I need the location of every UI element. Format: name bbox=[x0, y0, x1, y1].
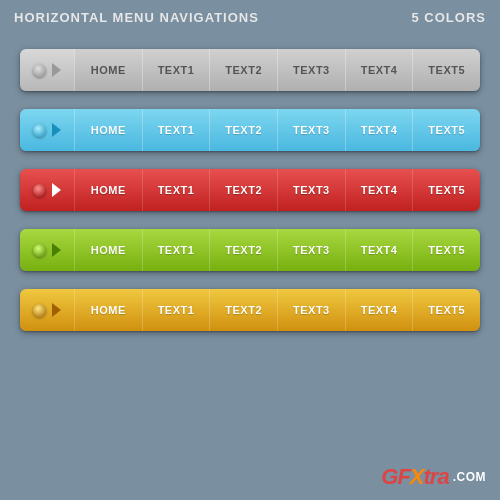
nav-bar-yellow: HOME TEXT1 TEXT2 TEXT3 TEXT4 TEXT5 bbox=[20, 289, 480, 331]
nav-items-green: HOME TEXT1 TEXT2 TEXT3 TEXT4 TEXT5 bbox=[74, 229, 480, 271]
nav-item-home-blue[interactable]: HOME bbox=[74, 109, 142, 151]
nav-item-text3-gray[interactable]: TEXT3 bbox=[277, 49, 345, 91]
nav-item-home-yellow[interactable]: HOME bbox=[74, 289, 142, 331]
nav-item-text2-gray[interactable]: TEXT2 bbox=[209, 49, 277, 91]
nav-item-text2-green[interactable]: TEXT2 bbox=[209, 229, 277, 271]
nav-arrow-gray bbox=[52, 63, 61, 77]
nav-item-text5-yellow[interactable]: TEXT5 bbox=[412, 289, 480, 331]
nav-items-red: HOME TEXT1 TEXT2 TEXT3 TEXT4 TEXT5 bbox=[74, 169, 480, 211]
nav-item-text2-yellow[interactable]: TEXT2 bbox=[209, 289, 277, 331]
nav-item-home-red[interactable]: HOME bbox=[74, 169, 142, 211]
nav-dot-yellow bbox=[33, 304, 46, 317]
nav-item-text2-red[interactable]: TEXT2 bbox=[209, 169, 277, 211]
nav-item-home-gray[interactable]: HOME bbox=[74, 49, 142, 91]
nav-item-text3-green[interactable]: TEXT3 bbox=[277, 229, 345, 271]
nav-item-text3-red[interactable]: TEXT3 bbox=[277, 169, 345, 211]
nav-bar-gray: HOME TEXT1 TEXT2 TEXT3 TEXT4 TEXT5 bbox=[20, 49, 480, 91]
colors-label: 5 COLORS bbox=[412, 10, 486, 25]
nav-items-yellow: HOME TEXT1 TEXT2 TEXT3 TEXT4 TEXT5 bbox=[74, 289, 480, 331]
nav-item-text3-blue[interactable]: TEXT3 bbox=[277, 109, 345, 151]
nav-dot-gray bbox=[33, 64, 46, 77]
nav-arrow-red bbox=[52, 183, 61, 197]
nav-bar-green: HOME TEXT1 TEXT2 TEXT3 TEXT4 TEXT5 bbox=[20, 229, 480, 271]
nav-items-gray: HOME TEXT1 TEXT2 TEXT3 TEXT4 TEXT5 bbox=[74, 49, 480, 91]
nav-item-text5-red[interactable]: TEXT5 bbox=[412, 169, 480, 211]
nav-item-text1-red[interactable]: TEXT1 bbox=[142, 169, 210, 211]
nav-item-text1-blue[interactable]: TEXT1 bbox=[142, 109, 210, 151]
nav-icon-area-yellow bbox=[20, 289, 74, 331]
nav-item-text3-yellow[interactable]: TEXT3 bbox=[277, 289, 345, 331]
nav-item-text1-gray[interactable]: TEXT1 bbox=[142, 49, 210, 91]
nav-bar-red: HOME TEXT1 TEXT2 TEXT3 TEXT4 TEXT5 bbox=[20, 169, 480, 211]
nav-item-text2-blue[interactable]: TEXT2 bbox=[209, 109, 277, 151]
watermark: GFXtra .COM bbox=[381, 464, 486, 490]
nav-item-text5-green[interactable]: TEXT5 bbox=[412, 229, 480, 271]
nav-item-text4-red[interactable]: TEXT4 bbox=[345, 169, 413, 211]
nav-item-text4-green[interactable]: TEXT4 bbox=[345, 229, 413, 271]
nav-arrow-green bbox=[52, 243, 61, 257]
nav-bar-blue: HOME TEXT1 TEXT2 TEXT3 TEXT4 TEXT5 bbox=[20, 109, 480, 151]
nav-arrow-yellow bbox=[52, 303, 61, 317]
nav-item-text5-blue[interactable]: TEXT5 bbox=[412, 109, 480, 151]
nav-items-blue: HOME TEXT1 TEXT2 TEXT3 TEXT4 TEXT5 bbox=[74, 109, 480, 151]
nav-container: HOME TEXT1 TEXT2 TEXT3 TEXT4 TEXT5 HOME … bbox=[0, 31, 500, 345]
watermark-domain: .COM bbox=[453, 470, 486, 484]
watermark-logo: GFXtra bbox=[381, 464, 448, 490]
nav-item-text5-gray[interactable]: TEXT5 bbox=[412, 49, 480, 91]
nav-icon-area-gray bbox=[20, 49, 74, 91]
nav-icon-area-blue bbox=[20, 109, 74, 151]
nav-item-text4-gray[interactable]: TEXT4 bbox=[345, 49, 413, 91]
nav-item-text1-yellow[interactable]: TEXT1 bbox=[142, 289, 210, 331]
nav-dot-red bbox=[33, 184, 46, 197]
nav-icon-area-green bbox=[20, 229, 74, 271]
nav-dot-green bbox=[33, 244, 46, 257]
nav-item-text1-green[interactable]: TEXT1 bbox=[142, 229, 210, 271]
nav-item-text4-blue[interactable]: TEXT4 bbox=[345, 109, 413, 151]
nav-item-text4-yellow[interactable]: TEXT4 bbox=[345, 289, 413, 331]
nav-icon-area-red bbox=[20, 169, 74, 211]
nav-dot-blue bbox=[33, 124, 46, 137]
nav-arrow-blue bbox=[52, 123, 61, 137]
nav-item-home-green[interactable]: HOME bbox=[74, 229, 142, 271]
